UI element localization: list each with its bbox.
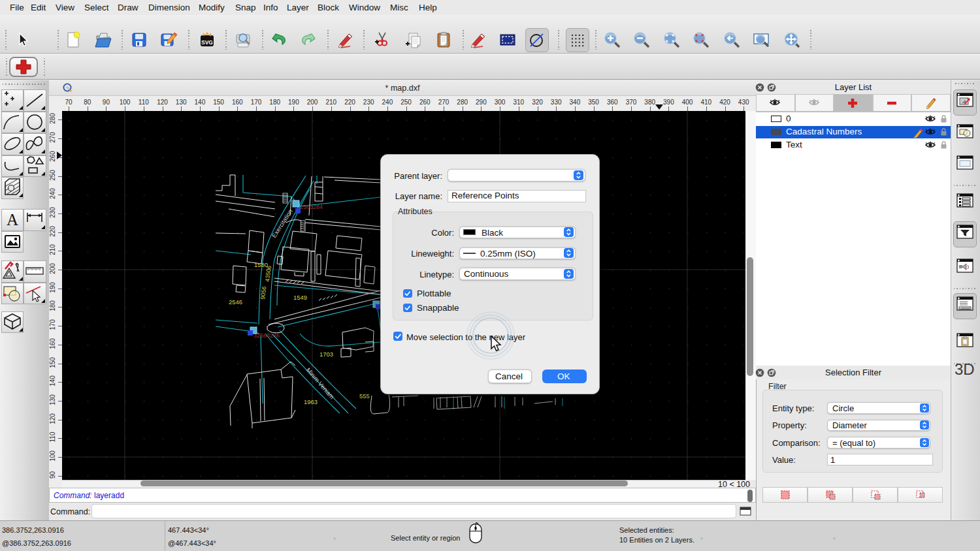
svg-text:1703: 1703: [319, 351, 333, 358]
svg-text:command: command: [960, 307, 970, 309]
svg-text:1963: 1963: [304, 398, 318, 405]
svg-text:32563236: 32563236: [253, 332, 280, 339]
svg-text:SVG: SVG: [201, 39, 213, 46]
svg-text:2546: 2546: [229, 298, 242, 306]
svg-text:2563284: 2563284: [300, 204, 323, 210]
svg-text:A: A: [6, 211, 18, 228]
svg-text:555: 555: [359, 392, 370, 400]
svg-text:1549: 1549: [293, 294, 307, 301]
